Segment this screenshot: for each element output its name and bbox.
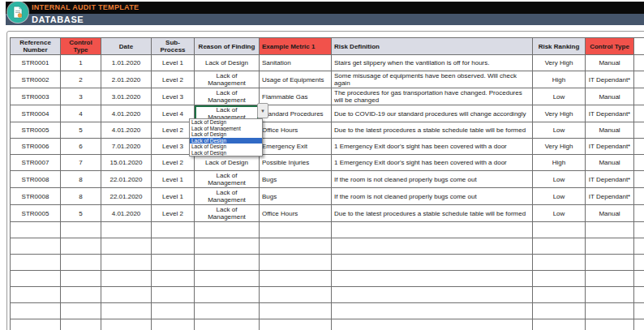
empty-cell[interactable] [332,238,533,255]
cell-r1-c6[interactable]: Sanitation [260,55,332,71]
column-header-sub-process-3[interactable]: Sub-Process [152,38,195,55]
cell-r6-c9[interactable]: IT Dependant* [586,139,634,155]
cell-r6-c4[interactable]: Level 3 [152,139,195,155]
cell-r8-sliver[interactable] [634,171,644,188]
cell-r1-c9[interactable]: Manual [586,55,634,71]
empty-cell[interactable] [61,303,101,319]
empty-cell[interactable] [332,303,533,319]
cell-r3-c8[interactable]: Low [533,88,586,105]
column-header-reference-number-0[interactable]: Reference Number [11,38,61,55]
empty-cell[interactable] [634,287,644,303]
cell-r6-c6[interactable]: Emergency Exit [260,139,332,155]
dropdown-item-0[interactable]: Lack of Design [190,119,262,126]
dropdown-item-2[interactable]: Lack of Design [190,131,262,138]
empty-cell[interactable] [260,255,332,271]
empty-cell[interactable] [533,287,586,303]
empty-cell[interactable] [332,255,533,271]
cell-r2-c4[interactable]: Level 2 [152,71,195,88]
cell-r3-c3[interactable]: 3.01.2020 [101,88,152,105]
empty-cell[interactable] [533,319,586,330]
column-header-risk-definition-6[interactable]: Risk Definition [332,38,533,55]
dropdown-item-5[interactable]: Lack of Design [190,150,262,156]
cell-r4-c7[interactable]: Due to COVID-19 our standard procedures … [332,105,533,122]
cell-r6-sliver[interactable] [634,139,644,155]
cell-r7-c6[interactable]: Possible Injuries [260,155,332,171]
empty-cell[interactable] [586,319,634,330]
empty-cell[interactable] [101,222,152,238]
empty-cell[interactable] [533,222,586,238]
cell-r6-c8[interactable]: Very High [533,139,586,155]
cell-r7-sliver[interactable] [634,155,644,171]
column-header-date-2[interactable]: Date [101,38,152,55]
cell-r8-c3[interactable]: 22.01.2020 [101,171,152,188]
empty-cell[interactable] [195,222,260,238]
cell-r9-c4[interactable]: Level 1 [152,188,195,205]
cell-r8-c2[interactable]: 8 [61,171,101,188]
empty-cell[interactable] [332,271,533,287]
cell-r8-c4[interactable]: Level 1 [152,171,195,188]
cell-r10-c4[interactable]: Level 2 [152,205,195,222]
cell-r9-c8[interactable]: Low [533,188,586,205]
cell-r3-c4[interactable]: Level 3 [152,88,195,105]
cell-r2-c3[interactable]: 2.01.2020 [101,71,152,88]
cell-r9-c3[interactable]: 22.01.2020 [101,188,152,205]
empty-cell[interactable] [61,287,101,303]
empty-cell[interactable] [260,238,332,255]
empty-cell[interactable] [260,319,332,330]
empty-cell[interactable] [61,222,101,238]
empty-cell[interactable] [152,287,195,303]
cell-r1-c2[interactable]: 1 [61,55,101,71]
cell-r4-c6[interactable]: Standard Procedures [260,105,332,122]
cell-r2-c8[interactable]: High [533,71,586,88]
empty-cell[interactable] [586,255,634,271]
empty-cell[interactable] [101,238,152,255]
cell-r7-c4[interactable]: Level 2 [152,155,195,171]
cell-r3-c9[interactable]: Manual [586,88,634,105]
cell-r6-c1[interactable]: STR0006 [11,139,61,155]
cell-r10-sliver[interactable] [634,205,644,222]
empty-cell[interactable] [634,271,644,287]
cell-r1-sliver[interactable] [634,55,644,71]
empty-cell[interactable] [533,255,586,271]
empty-cell[interactable] [195,255,260,271]
cell-r4-c4[interactable]: Level 4 [152,105,195,122]
empty-cell[interactable] [101,303,152,319]
empty-cell[interactable] [260,287,332,303]
cell-r8-c1[interactable]: STR0008 [11,171,61,188]
empty-cell[interactable] [152,238,195,255]
cell-r2-c2[interactable]: 2 [61,71,101,88]
empty-cell[interactable] [11,303,61,319]
empty-cell[interactable] [152,319,195,330]
cell-r10-c8[interactable]: Low [533,205,586,222]
empty-cell[interactable] [101,271,152,287]
cell-r7-c3[interactable]: 15.01.2020 [101,155,152,171]
empty-cell[interactable] [634,238,644,255]
cell-r5-c1[interactable]: STR0005 [11,122,61,139]
cell-r7-c1[interactable]: STR0007 [11,155,61,171]
cell-r1-c7[interactable]: Stairs get slippery when the vantilation… [332,55,533,71]
cell-r10-c6[interactable]: Office Hours [260,205,332,222]
empty-cell[interactable] [11,271,61,287]
empty-cell[interactable] [260,222,332,238]
cell-r10-c7[interactable]: Due to the latest procedures a stable sc… [332,205,533,222]
cell-r9-c1[interactable]: STR0008 [11,188,61,205]
cell-r5-c3[interactable]: 4.01.2020 [101,122,152,139]
cell-r4-c2[interactable]: 4 [61,105,101,122]
cell-r10-c1[interactable]: STR0005 [11,205,61,222]
cell-r9-c6[interactable]: Bugs [260,188,332,205]
cell-r3-c2[interactable]: 3 [61,88,101,105]
empty-cell[interactable] [332,287,533,303]
cell-r9-c5[interactable]: Lack of Management [195,188,260,205]
cell-r9-c7[interactable]: If the room is not cleaned properly bugs… [332,188,533,205]
empty-cell[interactable] [195,287,260,303]
column-header-example-metric-1-5[interactable]: Example Metric 1 [260,38,332,55]
empty-cell[interactable] [533,271,586,287]
cell-r10-c9[interactable]: Manual [586,205,634,222]
empty-cell[interactable] [152,303,195,319]
cell-r1-c1[interactable]: STR0001 [11,55,61,71]
cell-r1-c8[interactable]: Very High [533,55,586,71]
cell-r5-c8[interactable]: Low [533,122,586,139]
empty-cell[interactable] [11,238,61,255]
cell-r5-c4[interactable]: Level 2 [152,122,195,139]
dropdown-item-1[interactable]: Lack of Management [190,126,262,132]
